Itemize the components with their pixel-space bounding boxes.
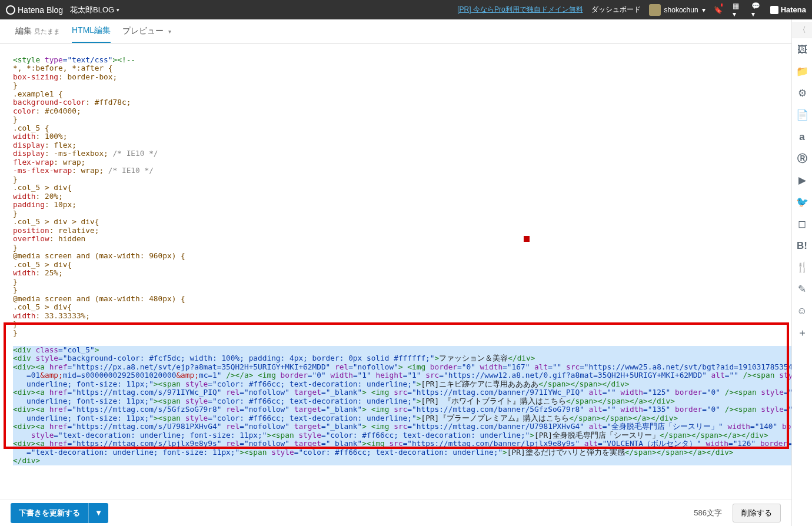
apps-grid-icon[interactable]: ▦ ▾ [733,5,743,15]
hatena-bookmark-icon[interactable]: B! [792,235,813,256]
amazon-icon[interactable]: a [792,126,813,147]
hatena-blog-logo[interactable]: Hatena Blog [6,5,63,15]
tab-edit[interactable]: 編集見たまま [15,26,60,42]
avatar-icon [649,4,661,16]
rakuten-icon[interactable]: Ⓡ [792,148,813,169]
folder-icon[interactable]: 📁 [792,61,813,82]
red-marker-annotation [524,236,530,242]
editor-tabs: 編集見たまま HTML編集 プレビュー [0,19,812,44]
html-code-editor[interactable]: <style type="text/css"><!-- *, *:before,… [0,44,812,491]
comments-icon[interactable]: 💬 ▾ [751,5,762,15]
logo-mark-icon [6,5,15,15]
smile-icon[interactable]: ☺ [792,301,813,321]
topbar-right: [PR] 今ならPro利用で独自ドメイン無料 ダッシュボード shokochun… [457,4,806,16]
editor-wrap: <style type="text/css"><!-- *, *:before,… [0,44,812,491]
side-toolbar: 〈 🖼 📁 ⚙ 📄 a Ⓡ ▶ 🐦 ◻ B! 🍴 ✎ ☺ ＋ [791,19,812,491]
dashboard-link[interactable]: ダッシュボード [591,5,641,15]
image-icon[interactable]: 🖼 [792,39,813,60]
gear-icon[interactable]: ⚙ [792,83,813,104]
bookmark-icon[interactable]: 🔖 [714,5,724,15]
topbar: Hatena Blog 花太郎BLOG [PR] 今ならPro利用で独自ドメイン… [0,0,812,19]
instagram-icon[interactable]: ◻ [792,214,813,234]
topbar-left: Hatena Blog 花太郎BLOG [6,5,119,15]
tab-html-edit[interactable]: HTML編集 [72,25,111,43]
document-icon[interactable]: 📄 [792,105,813,125]
hatena-brand[interactable]: Hatena [770,5,806,14]
restaurant-icon[interactable]: 🍴 [792,257,813,278]
pr-promo-link[interactable]: [PR] 今ならPro利用で独自ドメイン無料 [457,5,583,15]
add-icon[interactable]: ＋ [792,322,813,343]
user-menu[interactable]: shokochun ▾ [649,4,705,16]
hatena-icon [770,6,778,14]
blog-title-dropdown[interactable]: 花太郎BLOG [70,5,119,15]
pen-icon[interactable]: ✎ [792,279,813,299]
logo-text: Hatena Blog [18,5,63,15]
collapse-sidebar-icon[interactable]: 〈 [792,22,812,38]
twitter-icon[interactable]: 🐦 [792,192,813,212]
tab-preview[interactable]: プレビュー [122,26,171,42]
youtube-icon[interactable]: ▶ [792,170,813,191]
